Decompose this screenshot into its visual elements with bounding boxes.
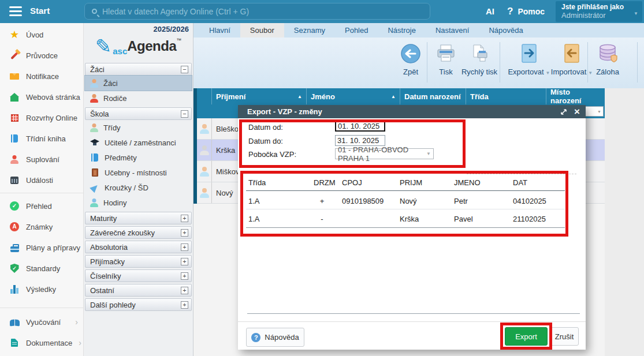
column-header-jmeno[interactable]: Jméno▲ xyxy=(307,88,400,104)
date-from-input[interactable] xyxy=(335,121,385,132)
collapse-icon[interactable] xyxy=(181,110,188,118)
sidebar-item-pruvodce[interactable]: Průvodce xyxy=(0,45,83,66)
help-button[interactable]: ? Pomoc xyxy=(507,6,545,17)
export-table-row: 1.A - Krška Pavel 21102025 xyxy=(248,215,565,223)
panel-item-ucebny[interactable]: Učebny - místnosti xyxy=(85,165,192,180)
section-header-absolutoria[interactable]: Absolutoria xyxy=(85,241,192,253)
briefcase-icon xyxy=(9,243,20,253)
left-sidebar: ★Úvod Průvodce Notifikace Webová stránka… xyxy=(0,23,84,356)
tab-nastroje[interactable]: Nástroje xyxy=(378,23,425,38)
export-button[interactable]: Export xyxy=(505,327,548,346)
sidebar-item-standardy[interactable]: ✓Standardy xyxy=(0,258,83,279)
column-header-datum-narozeni[interactable]: Datum narození xyxy=(400,88,466,104)
panel-item-zaci[interactable]: Žáci xyxy=(85,76,192,91)
bar-chart-icon xyxy=(9,284,20,294)
tab-nastaveni[interactable]: Nastavení xyxy=(426,23,479,38)
resize-icon[interactable] xyxy=(560,108,567,115)
table-row-line xyxy=(246,209,565,209)
book-icon xyxy=(9,134,20,144)
sidebar-item-vyucovani[interactable]: Vyučování› xyxy=(0,312,83,332)
export-table-header: Třída DRZM CPOJ PRIJM JMENO DAT xyxy=(248,178,565,187)
sidebar-divider xyxy=(0,308,83,308)
back-button[interactable]: Zpět xyxy=(394,42,427,85)
tab-soubor[interactable]: Soubor xyxy=(240,23,284,38)
sidebar-item-notifikace[interactable]: Notifikace xyxy=(0,66,83,87)
backup-button[interactable]: Záloha xyxy=(590,42,626,85)
tab-napoveda[interactable]: Nápověda xyxy=(479,23,533,38)
sidebar-item-rozvrhy-online[interactable]: Rozvrhy Online xyxy=(0,107,83,128)
pencil-logo-icon: ✎ xyxy=(95,35,112,58)
column-filter-dropdown[interactable]: ▼ xyxy=(585,106,604,117)
section-header-ciselniky[interactable]: Číselníky xyxy=(85,269,192,282)
sidebar-item-uvod[interactable]: ★Úvod xyxy=(0,24,83,45)
toolbar-divider xyxy=(427,42,427,83)
section-header-prijimacky[interactable]: Přijímačky xyxy=(85,255,192,268)
tab-seznamy[interactable]: Seznamy xyxy=(284,23,335,38)
quick-print-icon xyxy=(458,42,501,65)
sidebar-item-plany-a-pripravy[interactable]: Plány a přípravy xyxy=(0,237,83,258)
section-header-ostatni[interactable]: Ostatní xyxy=(85,284,192,297)
section-header-dalsi-pohledy[interactable]: Další pohledy xyxy=(85,298,192,311)
user-menu[interactable]: Jste přihlášen jako Administrátor ▼ xyxy=(556,1,642,22)
help-button-dialog[interactable]: ? Nápověda xyxy=(246,328,304,347)
print-button[interactable]: Tisk xyxy=(431,42,460,85)
section-header-maturity[interactable]: Maturity xyxy=(85,212,192,224)
sidebar-divider xyxy=(0,193,83,193)
panel-item-predmety[interactable]: Předměty xyxy=(85,150,192,165)
cancel-button[interactable]: Zrušit xyxy=(550,327,579,346)
section-header-skola[interactable]: Škola xyxy=(85,107,192,120)
avatar-column-header xyxy=(197,88,212,104)
expand-icon[interactable] xyxy=(181,229,188,237)
section-header-zaci[interactable]: Žáci xyxy=(85,63,192,76)
quick-print-button[interactable]: Rychlý tisk xyxy=(458,42,501,85)
collapse-icon[interactable] xyxy=(181,66,188,73)
branch-select[interactable]: 01 - PRAHA-OBVOD PRAHA 1▼ xyxy=(335,148,434,159)
column-header-prijmeni[interactable]: Příjmení▲ xyxy=(212,88,307,104)
sidebar-item-udalosti[interactable]: Události xyxy=(0,170,83,190)
global-search[interactable] xyxy=(84,3,430,20)
panel-item-hodiny[interactable]: Hodiny xyxy=(85,195,192,210)
expand-icon[interactable] xyxy=(181,272,188,280)
panel-item-krouzky[interactable]: Kroužky / ŠD xyxy=(85,180,192,195)
sidebar-item-suplovani[interactable]: Suplování xyxy=(0,149,83,170)
start-button[interactable]: Start xyxy=(30,6,50,16)
sidebar-item-tridni-kniha[interactable]: Třídní kniha xyxy=(0,128,83,149)
search-input[interactable] xyxy=(102,7,430,16)
database-backup-icon xyxy=(590,42,626,65)
panel-item-rodice[interactable]: Rodiče xyxy=(85,91,192,106)
ribbon-toolbar: Zpět Tisk Rychlý tisk Exportovat▼ Import… xyxy=(193,38,644,88)
sidebar-item-vysledky[interactable]: Výsledky xyxy=(0,279,83,299)
sidebar-item-webova-stranka[interactable]: Webová stránka xyxy=(0,87,83,107)
sidebar-item-dokumentace[interactable]: Dokumentace› xyxy=(0,332,83,353)
sidebar-item-znamky[interactable]: AZnámky xyxy=(0,216,83,237)
ai-button[interactable]: AI xyxy=(486,6,494,16)
close-icon[interactable]: × xyxy=(574,107,580,117)
section-header-zaverecne-zkousky[interactable]: Závěrečné zkoušky xyxy=(85,226,192,239)
expand-icon[interactable] xyxy=(181,258,188,265)
expand-icon[interactable] xyxy=(181,215,188,222)
back-arrow-icon xyxy=(394,42,427,65)
expand-icon[interactable] xyxy=(181,287,188,294)
sidebar-item-prehled[interactable]: ✓Přehled xyxy=(0,196,83,216)
column-header-misto-narozeni[interactable]: Místo narození xyxy=(546,88,605,104)
table-header-line xyxy=(246,190,565,191)
sidebar-item-komunikace[interactable]: —Komunikace› xyxy=(0,353,83,356)
expand-icon[interactable] xyxy=(181,301,188,309)
content-bottom-line xyxy=(247,313,580,314)
dialog-title-bar[interactable]: Export - VZP - změny × xyxy=(238,105,586,118)
content-background xyxy=(605,88,644,356)
panel-item-tridy[interactable]: Třídy xyxy=(85,120,192,135)
chevron-right-icon: › xyxy=(75,317,78,327)
graduation-cap-icon xyxy=(90,138,100,148)
toolbar-divider xyxy=(637,42,638,83)
hamburger-menu-icon[interactable] xyxy=(9,6,22,17)
grade-icon: A xyxy=(9,222,20,232)
subject-book-icon xyxy=(90,153,100,163)
tab-hlavni[interactable]: Hlavní xyxy=(199,23,240,38)
home-icon xyxy=(9,92,20,102)
tab-pohled[interactable]: Pohled xyxy=(335,23,378,38)
expand-icon[interactable] xyxy=(181,243,188,251)
panel-item-ucitele[interactable]: Učitelé / zaměstnanci xyxy=(85,135,192,150)
column-header-trida[interactable]: Třída xyxy=(466,88,546,104)
date-to-input[interactable] xyxy=(335,135,385,146)
